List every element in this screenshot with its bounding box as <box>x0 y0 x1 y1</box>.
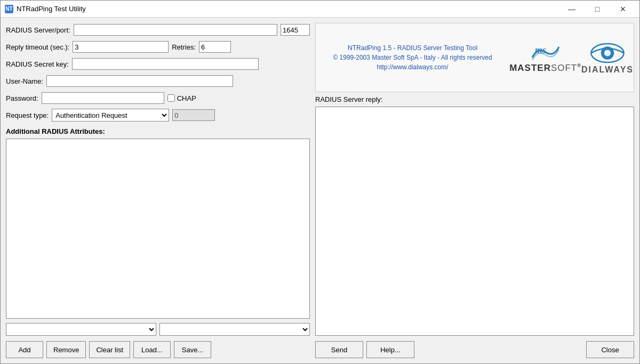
svg-text:ms: ms <box>535 45 546 55</box>
add-button[interactable]: Add <box>6 341 43 358</box>
chap-row: CHAP <box>167 94 196 102</box>
timeout-row: Reply timeout (sec.): Retries: <box>6 40 310 54</box>
app-icon: NT <box>5 5 13 13</box>
chap-checkbox[interactable] <box>167 94 175 102</box>
svg-point-3 <box>604 50 611 56</box>
dialways-text: DIALWAYS <box>581 65 634 75</box>
attribute-dropdowns-row <box>6 323 310 336</box>
main-window: NT NTRadPing Test Utility — □ ✕ RADIUS S… <box>0 0 640 364</box>
secret-row: RADIUS Secret key: <box>6 57 310 71</box>
window-title: NTRadPing Test Utility <box>17 5 86 13</box>
close-window-button[interactable]: ✕ <box>611 2 635 17</box>
username-row: User-Name: <box>6 74 310 88</box>
right-panel: NTRadPing 1.5 - RADIUS Server Testing To… <box>315 23 634 358</box>
password-input[interactable] <box>42 92 164 104</box>
username-label: User-Name: <box>6 77 43 85</box>
server-row: RADIUS Server/port: <box>6 23 310 37</box>
server-label: RADIUS Server/port: <box>6 26 70 34</box>
bottom-buttons: Add Remove Clear list Load... Save... <box>6 341 310 358</box>
port-input[interactable] <box>281 24 310 36</box>
chap-label: CHAP <box>177 94 196 102</box>
attributes-label: Additional RADIUS Attributes: <box>6 127 310 135</box>
header-line1: NTRadPing 1.5 - RADIUS Server Testing To… <box>333 43 492 53</box>
secret-label: RADIUS Secret key: <box>6 60 69 68</box>
timeout-label: Reply timeout (sec.): <box>6 43 69 51</box>
retries-label: Retries: <box>172 43 196 51</box>
minimize-button[interactable]: — <box>559 2 584 17</box>
save-button[interactable]: Save... <box>174 341 211 358</box>
reply-textarea[interactable] <box>315 107 634 336</box>
title-bar-left: NT NTRadPing Test Utility <box>5 5 86 13</box>
username-input[interactable] <box>46 75 233 87</box>
password-row: Password: CHAP <box>6 91 310 105</box>
title-bar: NT NTRadPing Test Utility — □ ✕ <box>1 1 639 18</box>
clear-list-button[interactable]: Clear list <box>89 341 130 358</box>
attr-value-dropdown[interactable] <box>159 323 310 336</box>
reply-label: RADIUS Server reply: <box>315 95 634 103</box>
dialways-eye-icon <box>589 41 626 65</box>
retries-input[interactable] <box>199 41 231 53</box>
svg-point-4 <box>605 51 607 53</box>
mastersoft-logo: ms MASTERSOFT® <box>509 42 581 74</box>
request-code-input[interactable] <box>172 109 215 121</box>
right-bottom-buttons: Send Help... Close <box>315 341 634 358</box>
server-input[interactable] <box>74 24 277 36</box>
header-info: NTRadPing 1.5 - RADIUS Server Testing To… <box>333 43 492 72</box>
mastersoft-icon: ms <box>527 42 564 63</box>
close-button[interactable]: Close <box>586 341 634 358</box>
timeout-input[interactable] <box>73 41 169 53</box>
remove-button[interactable]: Remove <box>46 341 86 358</box>
password-label: Password: <box>6 94 38 102</box>
mastersoft-name: MASTER <box>509 63 551 73</box>
maximize-button[interactable]: □ <box>585 2 610 17</box>
left-panel: RADIUS Server/port: Reply timeout (sec.)… <box>6 23 310 358</box>
attr-type-dropdown[interactable] <box>6 323 156 336</box>
secret-input[interactable] <box>72 58 259 70</box>
header-line3: http://www.dialways.com/ <box>333 62 492 72</box>
attributes-textarea[interactable] <box>6 139 310 319</box>
request-type-select[interactable]: Authentication Request Accounting Reques… <box>52 109 169 122</box>
dialways-logo: DIALWAYS <box>581 41 634 75</box>
main-content: RADIUS Server/port: Reply timeout (sec.)… <box>1 18 639 363</box>
window-controls: — □ ✕ <box>559 2 635 17</box>
header-line2: © 1999-2003 Master Soft SpA - Italy - Al… <box>333 53 492 62</box>
send-button[interactable]: Send <box>315 341 363 358</box>
request-type-label: Request type: <box>6 111 49 119</box>
logo-area: NTRadPing 1.5 - RADIUS Server Testing To… <box>315 23 634 92</box>
help-button[interactable]: Help... <box>366 341 414 358</box>
request-type-row: Request type: Authentication Request Acc… <box>6 108 310 122</box>
load-button[interactable]: Load... <box>133 341 171 358</box>
